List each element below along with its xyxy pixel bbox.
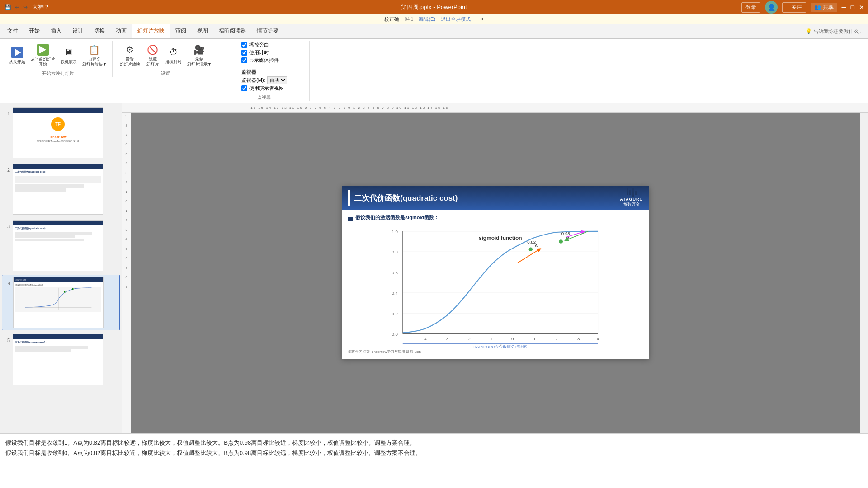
minimize-button[interactable]: ─ <box>842 4 846 11</box>
record-icon: 🎥 <box>192 42 207 57</box>
custom-slideshow-button[interactable]: 📋 自定义幻灯片放映▼ <box>80 42 108 68</box>
notif-edit-btn[interactable]: 编辑(E) <box>419 16 435 23</box>
right-scroll-panel <box>860 113 868 433</box>
correction-label: 校正确 <box>384 16 399 23</box>
tab-review[interactable]: 审阅 <box>170 24 192 38</box>
svg-text:sigmoid function: sigmoid function <box>479 235 522 241</box>
show-controls-label[interactable]: 显示媒体控件 <box>241 57 287 64</box>
group-start-items: 从头开始 从当前幻灯片开始 🖥 联机演示 📋 自定义幻灯片放映▼ <box>7 41 108 69</box>
group-settings: ⚙ 设置幻灯片放映 🚫 隐藏幻灯片 ⏱ 排练计时 🎥 录制幻灯片演示▼ 设置 <box>114 41 217 77</box>
undo-button[interactable]: ↩ <box>14 3 20 11</box>
editor-canvas: 二次代价函数(quadratic cost) ATAGURU <box>131 113 860 433</box>
setup-slideshow-button[interactable]: ⚙ 设置幻灯片放映 <box>118 42 142 68</box>
notif-close-btn[interactable]: ✕ <box>480 16 484 22</box>
ribbon-content: 从头开始 从当前幻灯片开始 🖥 联机演示 📋 自定义幻灯片放映▼ 开始放映 <box>0 39 868 103</box>
tab-insert[interactable]: 插入 <box>45 24 67 38</box>
redo-button[interactable]: ↪ <box>22 3 28 11</box>
share-icon: 👥 <box>814 4 821 10</box>
svg-point-7 <box>64 291 66 293</box>
titlebar-right: 登录 👤 + 关注 👥 共享 ─ □ ✕ <box>741 1 864 14</box>
bullet-row: 假设我们的激活函数是sigmoid函数： <box>348 214 643 224</box>
close-button[interactable]: ✕ <box>859 4 864 11</box>
notification-bar: 校正确 04:1 编辑(E) 退出全屏模式 ✕ <box>0 14 868 24</box>
slide-thumb-1[interactable]: 1 TF TensorFlow 深度学习框架Tensorflow学习与应用 第4… <box>2 105 120 160</box>
svg-point-38 <box>559 239 563 244</box>
tab-home[interactable]: 开始 <box>24 24 45 38</box>
presenter-view-checkbox[interactable] <box>241 85 247 91</box>
lightbulb-icon: 💡 <box>806 28 812 34</box>
save-button[interactable]: 💾 <box>4 3 12 11</box>
use-timings-label[interactable]: 使用计时 <box>241 49 287 56</box>
online-present-button[interactable]: 🖥 联机演示 <box>59 44 79 66</box>
user-avatar[interactable]: 👤 <box>765 1 778 14</box>
rehearse-icon: ⏱ <box>166 45 181 60</box>
presenter-view-label[interactable]: 使用演示者视图 <box>241 85 287 92</box>
monitor-select[interactable]: 自动 <box>267 76 287 84</box>
tab-view[interactable]: 视图 <box>192 24 213 38</box>
svg-text:0.2: 0.2 <box>392 311 398 316</box>
notif-exit-btn[interactable]: 退出全屏模式 <box>441 16 471 23</box>
slide-bullet-text: 假设我们的激活函数是sigmoid函数： <box>355 214 439 221</box>
svg-text:0.0: 0.0 <box>392 332 398 337</box>
tell-me-box[interactable]: 💡 告诉我你想要做什么... <box>802 24 866 38</box>
svg-text:0.6: 0.6 <box>392 270 398 275</box>
slide-num-1: 1 <box>4 111 10 116</box>
login-button[interactable]: 登录 <box>741 2 760 13</box>
monitor-separator <box>241 66 287 66</box>
svg-text:0.82: 0.82 <box>527 239 536 244</box>
slide-panel: 1 TF TensorFlow 深度学习框架Tensorflow学习与应用 第4… <box>0 103 122 433</box>
group-monitor: 播放旁白 使用计时 显示媒体控件 监视器 监视器(M): 自动 <box>219 41 310 101</box>
tab-design[interactable]: 设计 <box>67 24 89 38</box>
notes-line-2: 假设我们目标是收敛到0。A点为0.82离目标比较近，梯度比较大，权值调整比较大。… <box>5 448 863 458</box>
group-monitor-label: 监视器 <box>257 94 271 101</box>
hide-slide-icon: 🚫 <box>146 42 160 57</box>
tab-transitions[interactable]: 切换 <box>89 24 110 38</box>
monitor-group-label: 监视器 <box>241 69 287 75</box>
logo-text-2: 炼数万金 <box>623 202 640 207</box>
show-controls-checkbox[interactable] <box>241 57 247 63</box>
slide-view: 二次代价函数(quadratic cost) ATAGURU <box>342 186 649 359</box>
setup-label: 设置幻灯片放映 <box>120 57 140 67</box>
follow-button[interactable]: + 关注 <box>782 2 806 13</box>
svg-text:1: 1 <box>533 336 536 341</box>
slide-img-1: TF TensorFlow 深度学习框架Tensorflow学习与应用 第4课 <box>13 107 103 158</box>
slide-thumb-4[interactable]: 4 二次代价函数 假设我们的激活函数是sigmoid函数 <box>2 275 120 330</box>
svg-point-8 <box>72 288 74 290</box>
svg-text:4: 4 <box>597 336 599 341</box>
maximize-button[interactable]: □ <box>851 4 854 11</box>
from-current-label: 从当前幻灯片开始 <box>31 57 55 67</box>
hide-slide-label: 隐藏幻灯片 <box>146 57 159 67</box>
group-start-label: 开始放映幻灯片 <box>42 70 74 77</box>
slide-title-area: 二次代价函数(quadratic cost) <box>348 190 458 206</box>
use-timings-checkbox[interactable] <box>241 50 247 56</box>
rehearse-label: 排练计时 <box>165 60 182 65</box>
slide-title: 二次代价函数(quadratic cost) <box>354 193 458 203</box>
notes-area: 假设我们目标是收敛到1。A点为0.82离目标比较远，梯度比较大，权值调整比较大。… <box>0 433 868 488</box>
monitor-select-row: 监视器(M): 自动 <box>241 76 287 84</box>
rehearse-button[interactable]: ⏱ 排练计时 <box>164 44 184 66</box>
record-button[interactable]: 🎥 录制幻灯片演示▼ <box>185 42 213 68</box>
slide-thumb-2[interactable]: 2 二次代价函数(quadratic cost) <box>2 162 120 216</box>
tab-foxit[interactable]: 福昕阅读器 <box>213 24 251 38</box>
from-beginning-button[interactable]: 从头开始 <box>7 44 27 66</box>
tab-slideshow[interactable]: 幻灯片放映 <box>132 24 170 38</box>
hide-slide-button[interactable]: 🚫 隐藏幻灯片 <box>144 42 162 68</box>
tab-storyboard[interactable]: 情节提要 <box>251 24 284 38</box>
slide-img-5: 交叉代价函数(cross-entropy)： <box>13 334 103 385</box>
from-current-button[interactable]: 从当前幻灯片开始 <box>29 42 57 68</box>
playback-narration-label[interactable]: 播放旁白 <box>241 42 287 48</box>
slide-thumb-3[interactable]: 3 二次代价函数(quadratic cost) <box>2 218 120 273</box>
playback-narration-checkbox[interactable] <box>241 42 247 48</box>
slide-num-2: 2 <box>4 167 10 173</box>
svg-text:-2: -2 <box>467 336 471 341</box>
slide-thumb-5[interactable]: 5 交叉代价函数(cross-entropy)： <box>2 332 120 387</box>
course-footer: 深度学习框架Tensorflow学习与应用 讲师 Ben <box>348 349 643 354</box>
share-button[interactable]: 👥 共享 <box>811 3 837 12</box>
slide-header: 二次代价函数(quadratic cost) ATAGURU <box>342 186 649 210</box>
slide-num-5: 5 <box>4 338 10 343</box>
logo-bars <box>627 188 637 197</box>
slide-img-4: 二次代价函数 假设我们的激活函数是sigmoid函数 <box>13 277 104 328</box>
title-accent-bar <box>348 190 350 206</box>
tab-animations[interactable]: 动画 <box>110 24 132 38</box>
tab-file[interactable]: 文件 <box>2 24 24 38</box>
